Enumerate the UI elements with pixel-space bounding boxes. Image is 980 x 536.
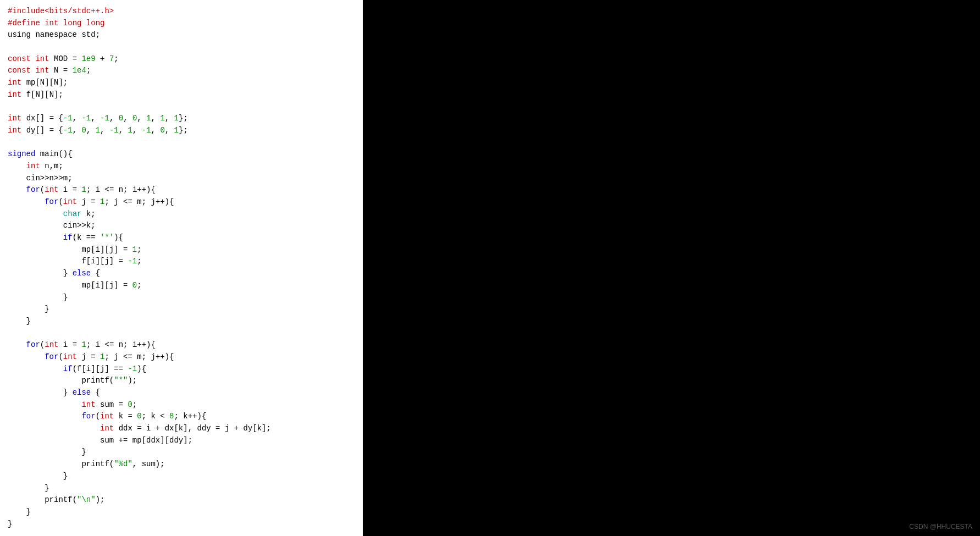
code-line: using namespace std; xyxy=(8,30,100,39)
code-line: cin>>k; xyxy=(8,221,96,230)
code-line: #define int long long xyxy=(8,19,104,27)
code-line: } xyxy=(8,507,31,516)
code-line: if(k == '*'){ xyxy=(8,233,123,242)
code-panel: #include<bits/stdc++.h> #define int long… xyxy=(0,0,363,536)
code-line: printf("\n"); xyxy=(8,495,104,504)
code-line: sum += mp[ddx][ddy]; xyxy=(8,436,192,445)
code-line: } xyxy=(8,293,68,302)
code-line: mp[i][j] = 1; xyxy=(8,245,142,254)
code-block: #include<bits/stdc++.h> #define int long… xyxy=(8,5,355,530)
code-line: int mp[N][N]; xyxy=(8,78,68,87)
code-line: mp[i][j] = 0; xyxy=(8,281,142,290)
code-line: } xyxy=(8,317,31,325)
code-line: } xyxy=(8,484,49,493)
code-line: int ddx = i + dx[k], ddy = j + dy[k]; xyxy=(8,424,271,433)
code-line: printf("%d", sum); xyxy=(8,460,165,468)
dark-panel: CSDN @HHUCESTA xyxy=(363,0,980,536)
code-line: for(int i = 1; i <= n; i++){ xyxy=(8,185,156,194)
code-line: } else { xyxy=(8,388,100,397)
code-line: for(int j = 1; j <= m; j++){ xyxy=(8,197,174,206)
code-line: if(f[i][j] == -1){ xyxy=(8,364,146,373)
code-line: char k; xyxy=(8,209,96,218)
watermark: CSDN @HHUCESTA xyxy=(909,523,972,531)
code-line: cin>>n>>m; xyxy=(8,174,73,183)
code-line: printf("*"); xyxy=(8,376,137,385)
code-line: signed main(){ xyxy=(8,150,73,158)
code-line: int f[N][N]; xyxy=(8,90,63,99)
code-line: for(int k = 0; k < 8; k++){ xyxy=(8,412,206,421)
code-line: for(int j = 1; j <= m; j++){ xyxy=(8,352,174,361)
code-line: } xyxy=(8,447,86,456)
code-line: int dx[] = {-1, -1, -1, 0, 0, 1, 1, 1}; xyxy=(8,114,188,123)
code-line: const int MOD = 1e9 + 7; xyxy=(8,54,119,63)
code-line: } xyxy=(8,472,68,480)
code-line: f[i][j] = -1; xyxy=(8,257,142,266)
code-line: } else { xyxy=(8,269,100,278)
code-line: #include<bits/stdc++.h> xyxy=(8,7,114,15)
code-line: for(int i = 1; i <= n; i++){ xyxy=(8,340,156,349)
code-line: int n,m; xyxy=(8,162,63,170)
code-line: } xyxy=(8,305,49,313)
code-line: int dy[] = {-1, 0, 1, -1, 1, -1, 0, 1}; xyxy=(8,126,188,135)
code-line: } xyxy=(8,520,12,528)
code-line: const int N = 1e4; xyxy=(8,66,91,75)
code-line: int sum = 0; xyxy=(8,400,137,409)
